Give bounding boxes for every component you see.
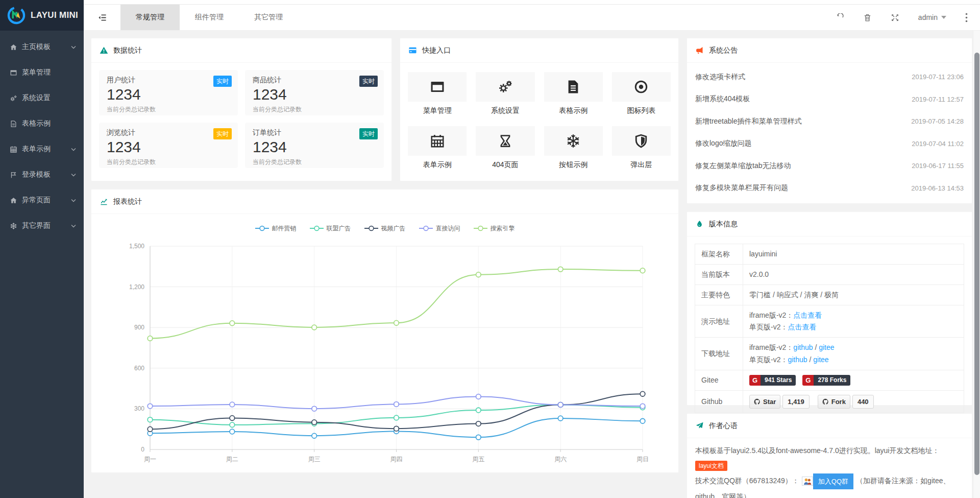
- shortcut-404-page[interactable]: 404页面: [476, 126, 534, 170]
- sidebar-item-home-templates[interactable]: 主页模板: [0, 34, 84, 60]
- dot-circle-icon: [633, 79, 649, 94]
- gitee-forks-badge[interactable]: G278 Forks: [802, 375, 850, 386]
- legend-symbol: [419, 225, 433, 231]
- tab-general-management[interactable]: 常规管理: [120, 5, 180, 30]
- refresh-icon: [836, 13, 844, 22]
- tab-other-management[interactable]: 其它管理: [239, 5, 298, 30]
- table-row: 主要特色 零门槛 / 响应式 / 清爽 / 极简: [695, 285, 964, 305]
- sidebar-item-form-examples[interactable]: 表单示例: [0, 136, 84, 162]
- sidebar-item-label: 表单示例: [22, 145, 51, 154]
- user-menu[interactable]: admin: [918, 13, 946, 21]
- github-icon: [754, 398, 761, 405]
- sidebar-item-error-pages[interactable]: 异常页面: [0, 187, 84, 213]
- app-logo[interactable]: LAYUI MINI: [0, 0, 84, 31]
- data-statistics-panel: 数据统计 用户统计 1234 当前分类总记录数 实时 商品统计 1234 当前分…: [91, 38, 392, 181]
- legend-item[interactable]: 视频广告: [364, 224, 406, 233]
- gitee-logo: G: [802, 375, 814, 386]
- stat-title: 订单统计: [253, 128, 376, 137]
- chart-legend: 邮件营销联盟广告视频广告直接访问搜索引擎: [99, 219, 671, 238]
- trash-icon: [863, 13, 872, 22]
- author-line2: 技术交流QQ群（667813249）：: [695, 477, 799, 485]
- github-star-button[interactable]: Star: [749, 395, 780, 409]
- download-links: iframe版-v2：github / gitee 单页版-v2：github …: [743, 338, 964, 370]
- tab-label: 其它管理: [254, 13, 283, 22]
- svg-text:1,200: 1,200: [129, 283, 144, 291]
- shortcut-menu-management[interactable]: 菜单管理: [408, 72, 467, 115]
- legend-label: 联盟广告: [327, 224, 351, 233]
- sidebar-item-system-settings[interactable]: 系统设置: [0, 85, 84, 111]
- collapse-sidebar-button[interactable]: [84, 5, 120, 30]
- github-star-count[interactable]: 1,419: [782, 395, 810, 409]
- github-fork-count[interactable]: 440: [852, 395, 874, 409]
- legend-label: 搜索引擎: [491, 224, 515, 233]
- legend-item[interactable]: 直接访问: [419, 224, 460, 233]
- list-item: 新增treetable插件和菜单管理样式 2019-07-05 14:28: [695, 110, 964, 133]
- layui-doc-badge[interactable]: layui文档: [695, 461, 727, 471]
- sidebar-item-other-pages[interactable]: 其它界面: [0, 213, 84, 239]
- shortcut-icon-list[interactable]: 图标列表: [612, 72, 671, 115]
- sidebar-item-label: 异常页面: [22, 196, 51, 205]
- legend-symbol: [364, 225, 378, 231]
- home-icon: [10, 197, 17, 204]
- github-fork-button[interactable]: Fork: [818, 395, 850, 409]
- shortcut-button-examples[interactable]: 按钮示例: [544, 126, 603, 170]
- row-label: 当前版本: [695, 265, 743, 285]
- legend-label: 邮件营销: [272, 224, 297, 233]
- svg-text:周二: 周二: [226, 456, 238, 463]
- stat-card-users: 用户统计 1234 当前分类总记录数 实时: [99, 70, 238, 115]
- shortcuts-grid: 菜单管理 系统设置 表格示例 图标列表: [400, 63, 678, 170]
- join-qq-group-button[interactable]: 加入QQ群: [802, 473, 853, 489]
- page-tabs: 常规管理 组件管理 其它管理: [120, 5, 298, 30]
- download-gitee-link[interactable]: gitee: [813, 355, 828, 364]
- sidebar-item-label: 其它界面: [22, 221, 51, 230]
- system-notice-panel: 系统公告 修改选项卡样式 2019-07-11 23:06 新增系统404模板 …: [687, 38, 972, 204]
- sidebar-item-login-templates[interactable]: 登录模板: [0, 162, 84, 187]
- header-actions: admin: [836, 5, 980, 30]
- line-chart: 03006009001,2001,500周一周二周三周四周五周六周日: [99, 238, 671, 469]
- stat-value: 1234: [253, 138, 376, 156]
- download-github-link[interactable]: github: [788, 355, 807, 364]
- svg-text:1,500: 1,500: [129, 243, 144, 250]
- legend-item[interactable]: 联盟广告: [310, 224, 351, 233]
- svg-text:900: 900: [134, 324, 144, 331]
- gitee-stars-badge[interactable]: G941 Stars: [749, 375, 796, 386]
- demo-iframe-link[interactable]: 点击查看: [793, 311, 822, 319]
- legend-item[interactable]: 搜索引擎: [474, 224, 515, 233]
- card-window-icon: [408, 46, 417, 55]
- current-version: v2.0.0: [743, 265, 964, 285]
- panel-header: 版本信息: [687, 212, 972, 236]
- sidebar-item-label: 表格示例: [22, 119, 51, 128]
- shortcut-popup-layer[interactable]: 弹出层: [612, 126, 671, 170]
- svg-text:0: 0: [141, 446, 144, 453]
- legend-item[interactable]: 邮件营销: [255, 224, 297, 233]
- shortcut-table-examples[interactable]: 表格示例: [544, 72, 603, 115]
- sidebar-item-menu-management[interactable]: 菜单管理: [0, 60, 84, 85]
- bullhorn-icon: [695, 46, 704, 55]
- refresh-button[interactable]: [836, 13, 844, 22]
- download-github-link[interactable]: github: [793, 343, 813, 351]
- chevron-down-icon: [71, 199, 76, 202]
- caret-down-icon: [941, 16, 946, 19]
- fullscreen-button[interactable]: [891, 13, 899, 22]
- panel-header: 系统公告: [687, 38, 972, 63]
- more-menu-button[interactable]: [965, 13, 968, 22]
- stat-card-products: 商品统计 1234 当前分类总记录数 实时: [245, 70, 384, 115]
- svg-text:300: 300: [134, 405, 144, 412]
- alert-triangle-icon: [100, 46, 108, 55]
- window-icon: [430, 79, 445, 94]
- download-gitee-link[interactable]: gitee: [819, 343, 834, 351]
- gears-icon: [498, 79, 513, 94]
- clear-cache-button[interactable]: [863, 13, 872, 22]
- author-words-panel: 作者心语 本模板基于layui2.5.4以及font-awesome-4.7.0…: [687, 413, 972, 498]
- sidebar-item-table-examples[interactable]: 表格示例: [0, 111, 84, 136]
- shortcut-form-examples[interactable]: 表单示例: [408, 126, 467, 170]
- tab-component-management[interactable]: 组件管理: [180, 5, 239, 30]
- svg-text:周五: 周五: [472, 456, 484, 463]
- chart-line-icon: [100, 197, 108, 206]
- shortcut-system-settings[interactable]: 系统设置: [476, 72, 534, 115]
- row-label: 演示地址: [695, 305, 743, 338]
- stat-title: 用户统计: [107, 76, 230, 85]
- demo-spa-link[interactable]: 点击查看: [788, 323, 816, 331]
- scrollbar-thumb[interactable]: [974, 53, 979, 475]
- notice-time: 2019-07-11 23:06: [912, 73, 964, 81]
